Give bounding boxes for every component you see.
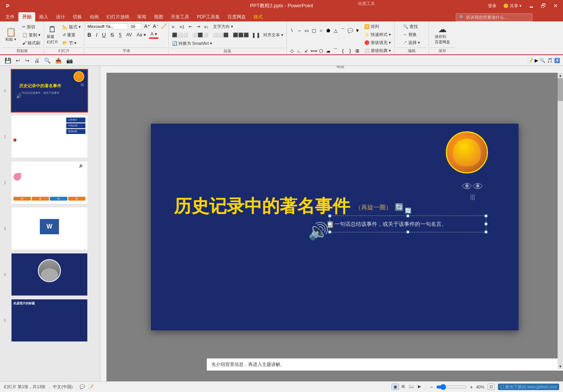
tab-developer[interactable]: 开发工具 [167, 12, 193, 21]
shape-scroll[interactable]: ▼ [354, 27, 361, 34]
close-btn[interactable]: ✕ [550, 1, 561, 10]
clear-format-btn[interactable]: 🧹 [161, 23, 167, 29]
zoom-in-btn[interactable]: + [470, 384, 473, 390]
shape-rect[interactable]: ▭ [303, 27, 310, 34]
shape-bracket[interactable]: { [339, 47, 346, 54]
align-left-btn[interactable]: ⬛⬜⬜ [170, 32, 190, 38]
tab-transitions[interactable]: 切换 [69, 12, 86, 21]
cut-button[interactable]: ✂ 剪切 [21, 23, 42, 31]
decrease-indent-btn[interactable]: ⇤ [187, 23, 194, 30]
slide-thumb-3[interactable]: 3 W [11, 207, 96, 250]
restore-btn[interactable]: 🗗 [538, 1, 549, 10]
decrease-font-btn[interactable]: A⁻ [152, 23, 160, 29]
slide-canvas-area[interactable]: 👁👁 ||| 历史记录中的著名事件 （再旋一圈） 🔄 🔊 [106, 73, 563, 381]
line-spacing-btn[interactable]: ≡↕ [203, 24, 210, 30]
slide-thumb-0[interactable]: 0 🏛 历史记录中的著名事件 一句话总结该事件，或关于该事件 🔊 [11, 69, 96, 113]
notes-area[interactable]: 先介绍背景信息，再进入主题讲解。 [207, 358, 563, 371]
comment-btn[interactable]: 💬 [80, 384, 85, 389]
tab-baidu[interactable]: 百度网盘 [224, 12, 250, 21]
quick-print-btn[interactable]: 🖨 [33, 57, 41, 64]
quick-styles-btn[interactable]: ✨ 快速样式 ▾ [363, 31, 393, 38]
tab-review[interactable]: 审阅 [133, 12, 150, 21]
normal-view-btn[interactable]: ▣ [391, 384, 399, 390]
tab-home[interactable]: 开始 [18, 12, 35, 21]
text-direction-btn[interactable]: 文字方向 ▾ [211, 23, 235, 30]
zoom-slider[interactable] [436, 384, 467, 390]
shape-quad[interactable]: ◇ [288, 47, 295, 54]
shape-bend[interactable]: ↙ [303, 47, 310, 54]
main-slide[interactable]: 👁👁 ||| 历史记录中的著名事件 （再旋一圈） 🔄 🔊 [151, 124, 519, 330]
shape-more[interactable]: ⬟ [325, 27, 332, 34]
subtitle-textbox[interactable]: 一句话总结该事件，或关于该事件的一句名言。 🔄 [329, 216, 486, 232]
shape-triangle[interactable]: △ [332, 27, 339, 34]
login-btn[interactable]: 登录 [485, 3, 499, 9]
slide-thumb-1[interactable]: 1 公司简介 产品介绍 案例内容 [11, 115, 96, 158]
slide-preview-0[interactable]: 🏛 历史记录中的著名事件 一句话总结该事件，或关于该事件 🔊 [11, 69, 88, 113]
shape-expand[interactable]: ⊞ [354, 47, 361, 54]
shadow-button[interactable]: S̲ [117, 31, 123, 38]
save-qa-btn[interactable]: 💾 [3, 57, 13, 64]
shape-fill-btn[interactable]: 🔴 形状填充 ▾ [363, 39, 393, 46]
align-right-btn[interactable]: ⬜⬜⬛ [211, 32, 230, 38]
shape-outline-btn[interactable]: ⬜ 形状轮廓 ▾ [363, 47, 393, 54]
columns-btn[interactable]: ▌▐ [252, 32, 261, 38]
align-center-btn[interactable]: ⬜⬛⬜ [191, 32, 210, 38]
tab-view[interactable]: 视图 [150, 12, 167, 21]
strikethrough-button[interactable]: S [109, 31, 115, 39]
revision-btn[interactable]: 📝 [88, 384, 93, 389]
tab-insert[interactable]: 插入 [35, 12, 52, 21]
shape-double-arrow[interactable]: ⟺ [310, 47, 317, 54]
change-case-btn[interactable]: Aa ▾ [135, 31, 147, 38]
slide-preview-3[interactable]: W [11, 207, 88, 250]
slide-sorter-btn[interactable]: ⊞ [400, 384, 406, 390]
replace-btn[interactable]: ↔ 替换 [401, 31, 418, 38]
shape-circle[interactable]: ○ [318, 27, 324, 34]
share-btn[interactable]: 🙂 共享 ▾ [500, 3, 525, 9]
underline-button[interactable]: U [100, 31, 107, 39]
paste-button[interactable]: 📋 粘贴 ▾ [2, 27, 19, 43]
screenshot-btn[interactable]: 📷 [65, 57, 74, 64]
increase-indent-btn[interactable]: ⇥ [195, 23, 201, 30]
increase-font-btn[interactable]: A⁺ [143, 23, 151, 29]
new-slide-button[interactable]: 🗒 新建幻灯片 [46, 24, 59, 46]
rotate-handle[interactable]: 🔄 [405, 207, 411, 214]
font-family-input[interactable] [86, 23, 128, 29]
slide-preview-2[interactable]: 🔊 块 块 块 块 [11, 161, 88, 204]
shape-curve[interactable]: ⌒ [339, 27, 346, 34]
slide-thumbnail-panel[interactable]: 0 🏛 历史记录中的著名事件 一句话总结该事件，或关于该事件 🔊 1 [0, 66, 100, 381]
zoom-out-btn[interactable]: − [430, 384, 433, 390]
undo-btn[interactable]: ↩ [14, 57, 22, 64]
shape-arc[interactable]: ⌒ [332, 47, 339, 54]
slide-preview-1[interactable]: 公司简介 产品介绍 案例内容 [11, 115, 88, 158]
shape-angle[interactable]: ∟ [296, 47, 303, 54]
tab-slideshow[interactable]: 幻灯片放映 [103, 12, 133, 21]
format-painter-button[interactable]: 🖌 格式刷 [21, 39, 42, 47]
slide-thumb-4[interactable]: 4 [11, 253, 96, 296]
tab-file[interactable]: 文件 [2, 12, 18, 21]
slide-preview-5[interactable]: 此是照片的标题 [11, 299, 88, 342]
section-button[interactable]: 📂 节 ▾ [61, 39, 82, 47]
scroll-thumb-v[interactable] [558, 78, 563, 101]
shape-pentagon[interactable]: ⬠ [318, 47, 324, 54]
shape-round-rect[interactable]: ▢ [310, 27, 317, 34]
slide-main-title[interactable]: 历史记录中的著名事件 （再旋一圈） 🔄 [174, 194, 403, 218]
bold-button[interactable]: B [86, 31, 93, 39]
arrange-btn[interactable]: 🔀 排列 [363, 23, 393, 30]
tab-pdf[interactable]: PDF工具集 [193, 12, 224, 21]
reading-view-btn[interactable]: 📖 [407, 384, 416, 390]
vertical-scrollbar[interactable]: ▲ ▼ [558, 73, 563, 369]
shape-cloud[interactable]: ☁ [325, 47, 332, 54]
align-text-btn[interactable]: 对齐文本 ▾ [262, 31, 285, 39]
layout-button[interactable]: 📐 版式 ▾ [61, 23, 82, 31]
shape-line[interactable]: \ [288, 27, 295, 34]
shape-arrow[interactable]: → [296, 27, 303, 34]
view-qa-btn[interactable]: 🔍 [43, 57, 52, 64]
upload-btn[interactable]: 📤 [54, 57, 63, 64]
find-btn[interactable]: 🔍 查找 [401, 23, 419, 30]
font-color-btn[interactable]: A ▾ [149, 31, 159, 39]
fit-window-btn[interactable]: ⊡ [488, 384, 495, 390]
select-btn[interactable]: ↗ 选择 ▾ [401, 39, 422, 46]
shape-brace[interactable]: } [347, 47, 354, 54]
copy-button[interactable]: 📋 复制 ▾ [21, 31, 42, 39]
save-baidu-button[interactable]: ☁ 保存到百度网盘 [434, 24, 451, 46]
